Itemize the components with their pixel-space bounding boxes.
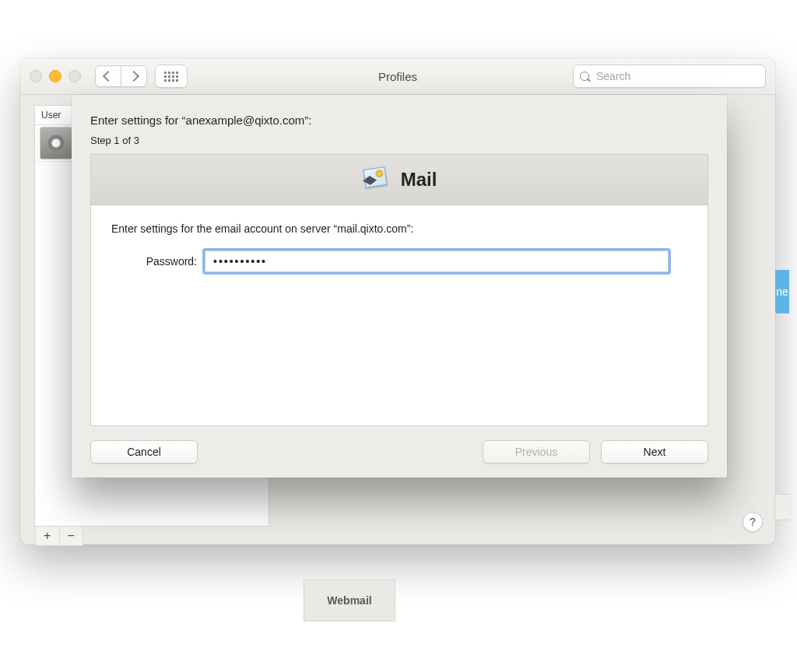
config-title: Mail <box>401 169 437 191</box>
password-input[interactable] <box>205 250 669 272</box>
search-field-wrap[interactable] <box>573 65 766 88</box>
search-input[interactable] <box>595 69 759 83</box>
cancel-button[interactable]: Cancel <box>90 440 198 464</box>
sheet-step: Step 1 of 3 <box>90 135 708 146</box>
password-row: Password: <box>111 250 687 272</box>
config-header: Mail <box>91 155 707 205</box>
config-body: Enter settings for the email account on … <box>91 205 707 425</box>
titlebar: Profiles <box>20 58 775 95</box>
zoom-window-dot[interactable] <box>68 70 81 82</box>
settings-sheet: Enter settings for “anexample@qixto.com”… <box>72 95 727 478</box>
sidebar-footer: + − <box>35 527 83 546</box>
sheet-heading: Enter settings for “anexample@qixto.com”… <box>90 114 708 127</box>
sheet-buttons: Cancel Previous Next <box>90 440 708 464</box>
grid-icon <box>164 72 178 82</box>
password-label: Password: <box>111 255 197 268</box>
nav-back-button[interactable] <box>96 66 121 86</box>
obscured-right-button[interactable] <box>774 494 789 520</box>
previous-button: Previous <box>483 440 590 464</box>
chevron-right-icon <box>128 71 139 82</box>
config-box: Mail Enter settings for the email accoun… <box>90 154 708 426</box>
webmail-button[interactable]: Webmail <box>304 579 395 621</box>
mail-app-icon <box>362 168 390 191</box>
help-button[interactable]: ? <box>743 512 763 532</box>
remove-profile-button[interactable]: − <box>59 527 83 545</box>
nav-forward-button[interactable] <box>121 66 146 86</box>
next-button[interactable]: Next <box>601 440 708 464</box>
chevron-left-icon <box>103 71 114 82</box>
nav-back-forward <box>95 65 147 87</box>
obscured-right-tab[interactable]: ne <box>775 270 789 313</box>
close-window-dot[interactable] <box>30 70 42 82</box>
show-all-prefs-button[interactable] <box>155 65 188 88</box>
search-icon <box>580 72 590 82</box>
config-instruction: Enter settings for the email account on … <box>111 222 687 235</box>
add-profile-button[interactable]: + <box>36 527 59 545</box>
profile-gear-icon <box>40 127 72 159</box>
minimize-window-dot[interactable] <box>49 70 61 82</box>
window-controls <box>30 70 81 82</box>
